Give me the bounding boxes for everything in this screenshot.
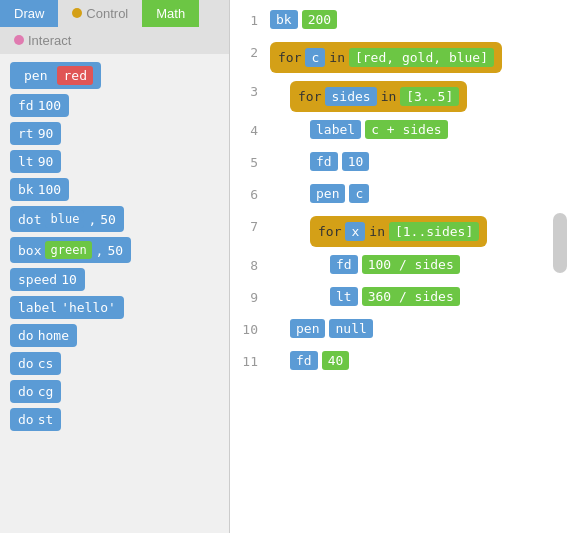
for-sides-block[interactable]: for sides in [3..5] [290,81,467,112]
fd-value-5[interactable]: 10 [342,152,370,171]
line-11-content: fd 40 [290,349,569,372]
fd-value-11[interactable]: 40 [322,351,350,370]
pen-cmd-6[interactable]: pen [310,184,345,203]
block-dot-size: 50 [100,212,116,227]
range-1-sides[interactable]: [1..sides] [389,222,479,241]
block-lt-90[interactable]: lt 90 [10,150,61,173]
tab-interact[interactable]: Interact [0,27,85,54]
lt-value-9[interactable]: 360 / sides [362,287,460,306]
block-do-cg-cmd: do [18,384,34,399]
block-lt-value: 90 [38,154,54,169]
tab-control[interactable]: Control [58,0,142,27]
block-dot-label: dot [18,212,41,227]
block-pen-red[interactable]: pen red [10,62,101,89]
line-num-3: 3 [230,79,270,105]
line-num-7: 7 [230,214,270,240]
block-do-home-value: home [38,328,69,343]
pen-value-10[interactable]: null [329,319,372,338]
fd-cmd-11[interactable]: fd [290,351,318,370]
line-num-10: 10 [230,317,270,343]
in-keyword-2: in [329,50,345,65]
interact-dot [14,35,24,45]
block-pen-label: pen [18,66,53,85]
code-line-4: 4 label c + sides [230,118,569,146]
block-do-st-cmd: do [18,412,34,427]
block-dot-blue[interactable]: dot blue , 50 [10,206,124,232]
for-c-block[interactable]: for c in [red, gold, blue] [270,42,502,73]
code-line-11: 11 fd 40 [230,349,569,377]
var-sides[interactable]: sides [325,87,376,106]
line-num-4: 4 [230,118,270,144]
range-red-gold-blue[interactable]: [red, gold, blue] [349,48,494,67]
line-num-9: 9 [230,285,270,311]
for-x-block[interactable]: for x in [1..sides] [310,216,487,247]
tab-math[interactable]: Math [142,0,199,27]
block-do-cs[interactable]: do cs [10,352,61,375]
block-do-cs-cmd: do [18,356,34,371]
block-rt-90[interactable]: rt 90 [10,122,61,145]
bk-cmd[interactable]: bk [270,10,298,29]
block-box-size: 50 [107,243,123,258]
line-6-content: pen c [310,182,569,205]
var-x[interactable]: x [345,222,365,241]
code-line-3: 3 for sides in [3..5] [230,79,569,114]
line-num-1: 1 [230,8,270,34]
lt-cmd-9[interactable]: lt [330,287,358,306]
control-dot [72,8,82,18]
block-box-sep: , [96,243,104,258]
block-rt-label: rt [18,126,34,141]
block-label-cmd: label [18,300,57,315]
block-box-green[interactable]: box green , 50 [10,237,131,263]
line-num-11: 11 [230,349,270,375]
line-7-content: for x in [1..sides] [310,214,569,249]
block-speed-10[interactable]: speed 10 [10,268,85,291]
block-do-st[interactable]: do st [10,408,61,431]
line-1-content: bk 200 [270,8,569,31]
fd-cmd-8[interactable]: fd [330,255,358,274]
block-bk-value: 100 [38,182,61,197]
block-speed-label: speed [18,272,57,287]
line-num-8: 8 [230,253,270,279]
block-fd-100[interactable]: fd 100 [10,94,69,117]
label-cmd-4[interactable]: label [310,120,361,139]
line-9-content: lt 360 / sides [330,285,569,308]
range-3-5[interactable]: [3..5] [400,87,459,106]
scrollbar-handle[interactable] [553,213,567,273]
code-line-10: 10 pen null [230,317,569,345]
code-line-2: 2 for c in [red, gold, blue] [230,40,569,75]
code-line-6: 6 pen c [230,182,569,210]
block-speed-value: 10 [61,272,77,287]
line-num-6: 6 [230,182,270,208]
for-keyword-7: for [318,224,341,239]
bk-value[interactable]: 200 [302,10,337,29]
line-3-content: for sides in [3..5] [290,79,569,114]
var-c[interactable]: c [305,48,325,67]
block-red-token: red [57,66,92,85]
fd-value-8[interactable]: 100 / sides [362,255,460,274]
block-label-value: 'hello' [61,300,116,315]
block-fd-label: fd [18,98,34,113]
block-label-hello[interactable]: label 'hello' [10,296,124,319]
tab-bar: Draw Control Math Interact [0,0,229,54]
block-box-label: box [18,243,41,258]
pen-cmd-10[interactable]: pen [290,319,325,338]
block-dot-color: blue [45,210,84,228]
line-2-content: for c in [red, gold, blue] [270,40,569,75]
line-10-content: pen null [290,317,569,340]
block-lt-label: lt [18,154,34,169]
block-box-color: green [45,241,91,259]
fd-cmd-5[interactable]: fd [310,152,338,171]
block-bk-100[interactable]: bk 100 [10,178,69,201]
line-5-content: fd 10 [310,150,569,173]
block-bk-label: bk [18,182,34,197]
line-8-content: fd 100 / sides [330,253,569,276]
main-panel: 1 bk 200 2 for c in [red, gold, blue] 3 [230,0,569,533]
pen-value-6[interactable]: c [349,184,369,203]
block-do-home[interactable]: do home [10,324,77,347]
label-value-4[interactable]: c + sides [365,120,447,139]
tab-draw[interactable]: Draw [0,0,58,27]
block-dot-sep: , [88,212,96,227]
code-area[interactable]: 1 bk 200 2 for c in [red, gold, blue] 3 [230,0,569,533]
code-line-1: 1 bk 200 [230,8,569,36]
block-do-cg[interactable]: do cg [10,380,61,403]
